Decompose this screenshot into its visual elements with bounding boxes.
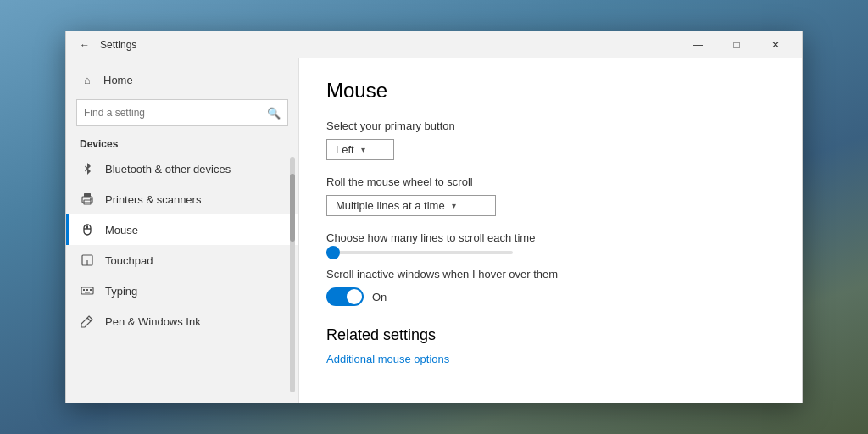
sidebar-item-bluetooth[interactable]: Bluetooth & other devices [66, 153, 298, 184]
mouse-label: Mouse [105, 224, 138, 236]
pen-label: Pen & Windows Ink [105, 315, 201, 328]
svg-line-15 [87, 318, 91, 321]
additional-mouse-options-link[interactable]: Additional mouse options [326, 353, 449, 365]
primary-button-dropdown[interactable]: Left ▾ [326, 139, 394, 160]
scroll-lines-label: Choose how many lines to scroll each tim… [326, 231, 775, 244]
svg-rect-1 [84, 193, 91, 197]
sidebar-section-label: Devices [66, 131, 298, 153]
home-label: Home [103, 74, 133, 86]
scroll-wheel-value: Multiple lines at a time [336, 199, 445, 212]
scroll-inactive-toggle[interactable] [326, 287, 364, 306]
svg-rect-11 [83, 289, 85, 291]
slider-track[interactable] [326, 251, 513, 254]
mouse-icon [80, 222, 95, 237]
scroll-inactive-label: Scroll inactive windows when I hover ove… [326, 268, 775, 281]
search-icon: 🔍 [267, 107, 281, 120]
scroll-lines-slider-container [326, 251, 775, 254]
chevron-down-icon: ▾ [361, 145, 365, 154]
sidebar-scrollbar[interactable] [290, 157, 295, 392]
maximize-button[interactable]: □ [717, 31, 756, 58]
search-box[interactable]: 🔍 [76, 99, 288, 126]
svg-point-3 [90, 198, 92, 200]
bluetooth-label: Bluetooth & other devices [105, 163, 231, 175]
content-area: ⌂ Home 🔍 Devices Bluetooth & other devic… [66, 58, 802, 403]
settings-window: ← Settings — □ ✕ ⌂ Home 🔍 Devices [65, 31, 803, 403]
back-button[interactable]: ← [73, 33, 97, 57]
close-button[interactable]: ✕ [756, 31, 795, 58]
chevron-down-icon-2: ▾ [452, 201, 456, 210]
toggle-row: On [326, 287, 775, 306]
printers-label: Printers & scanners [105, 193, 201, 206]
pen-icon [80, 314, 95, 329]
sidebar-items: Bluetooth & other devices Printers & sca… [66, 153, 298, 396]
touchpad-label: Touchpad [105, 254, 153, 267]
sidebar-item-home[interactable]: ⌂ Home [66, 65, 298, 94]
typing-icon [80, 283, 95, 298]
window-title: Settings [100, 39, 678, 51]
sidebar: ⌂ Home 🔍 Devices Bluetooth & other devic… [66, 58, 299, 403]
scroll-wheel-dropdown[interactable]: Multiple lines at a time ▾ [326, 195, 496, 216]
touchpad-icon [80, 253, 95, 268]
home-icon: ⌂ [80, 72, 95, 87]
scroll-wheel-label: Roll the mouse wheel to scroll [326, 175, 775, 188]
svg-rect-14 [85, 292, 90, 293]
slider-thumb[interactable] [326, 246, 340, 259]
search-input[interactable] [84, 107, 262, 119]
page-title: Mouse [326, 79, 775, 103]
sidebar-item-typing[interactable]: Typing [66, 275, 298, 306]
sidebar-item-printers[interactable]: Printers & scanners [66, 184, 298, 214]
typing-label: Typing [105, 285, 137, 298]
minimize-button[interactable]: — [678, 31, 717, 58]
svg-rect-13 [90, 289, 92, 291]
primary-button-label: Select your primary button [326, 120, 775, 132]
printer-icon [80, 192, 95, 207]
sidebar-item-touchpad[interactable]: Touchpad [66, 245, 298, 275]
bluetooth-icon [80, 161, 95, 176]
svg-point-7 [86, 226, 88, 228]
sidebar-item-mouse[interactable]: Mouse [66, 214, 298, 245]
window-controls: — □ ✕ [678, 31, 795, 58]
sidebar-item-pen[interactable]: Pen & Windows Ink [66, 306, 298, 337]
primary-button-value: Left [336, 143, 354, 156]
toggle-knob [347, 289, 362, 304]
related-settings-title: Related settings [326, 326, 775, 344]
toggle-label: On [372, 291, 387, 303]
titlebar: ← Settings — □ ✕ [66, 31, 802, 58]
main-content: Mouse Select your primary button Left ▾ … [299, 58, 802, 403]
svg-rect-12 [86, 289, 88, 291]
